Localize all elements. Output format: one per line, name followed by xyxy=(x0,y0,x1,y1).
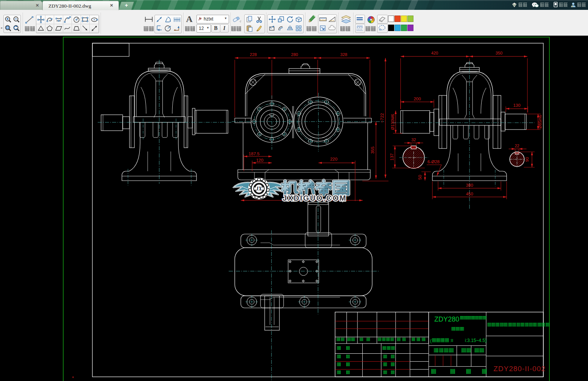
svg-text:6-Ø28: 6-Ø28 xyxy=(427,159,440,164)
svg-text:380: 380 xyxy=(466,183,473,187)
svg-text:JX: JX xyxy=(256,186,262,192)
svg-text:200: 200 xyxy=(413,97,421,101)
svg-text:220: 220 xyxy=(330,157,337,161)
svg-text:450: 450 xyxy=(466,192,473,196)
svg-text:(: ( xyxy=(430,338,432,344)
svg-text:JXDIGUO.COM: JXDIGUO.COM xyxy=(282,194,347,202)
svg-text:22: 22 xyxy=(515,144,519,148)
svg-text:Ø130M6: Ø130M6 xyxy=(390,114,395,130)
svg-text:ZDY280: ZDY280 xyxy=(434,315,459,323)
svg-text:32: 32 xyxy=(411,137,416,142)
svg-text:420: 420 xyxy=(431,51,438,55)
svg-text:~722: ~722 xyxy=(380,113,384,123)
svg-text:ZDY280-II-002: ZDY280-II-002 xyxy=(493,365,546,373)
svg-text:355: 355 xyxy=(370,147,375,154)
svg-text:187.5: 187.5 xyxy=(249,151,260,156)
svg-text:120: 120 xyxy=(256,158,263,162)
svg-text:328: 328 xyxy=(340,52,347,57)
svg-text:350: 350 xyxy=(496,51,502,55)
svg-text:130: 130 xyxy=(513,103,520,108)
svg-text:228: 228 xyxy=(250,52,257,57)
svg-text:137: 137 xyxy=(390,153,394,161)
svg-text::II: :II xyxy=(450,338,453,343)
svg-text:280: 280 xyxy=(291,52,298,57)
svg-text:90: 90 xyxy=(525,157,529,162)
svg-text:Ø85m6: Ø85m6 xyxy=(538,115,542,128)
svg-text:i:3.15~4.5): i:3.15~4.5) xyxy=(465,338,487,343)
svg-text:50: 50 xyxy=(418,175,422,180)
